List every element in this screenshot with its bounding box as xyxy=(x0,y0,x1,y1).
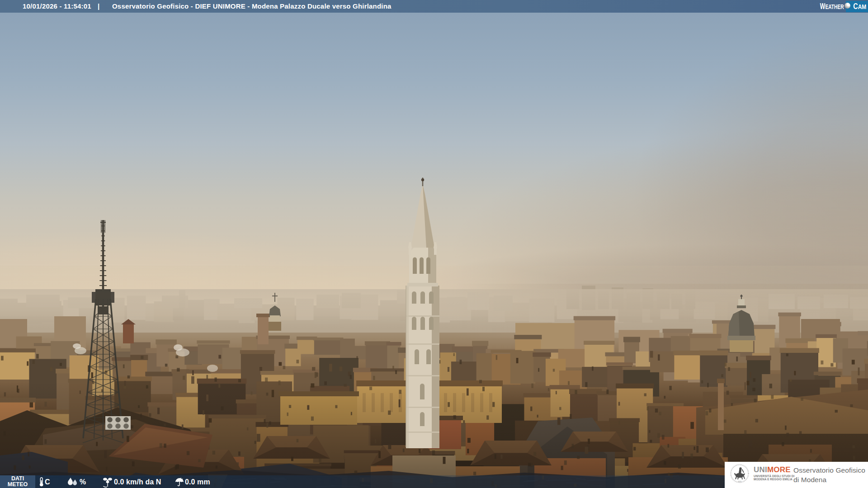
svg-text:1175: 1175 xyxy=(738,481,741,483)
